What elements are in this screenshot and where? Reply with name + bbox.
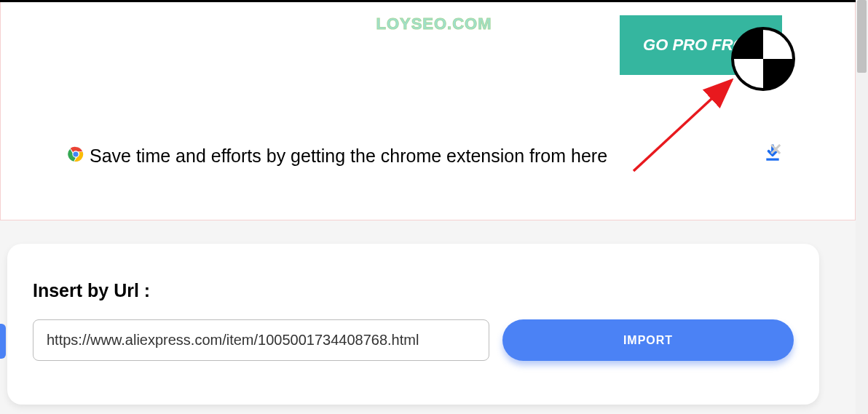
insert-url-title: Insert by Url : xyxy=(33,280,794,301)
banner-text: Save time and efforts by getting the chr… xyxy=(90,146,756,167)
insert-url-panel: Insert by Url : IMPORT xyxy=(7,244,819,405)
loading-spinner-icon xyxy=(730,25,797,92)
import-button-label: IMPORT xyxy=(623,334,673,346)
left-edge-indicator xyxy=(0,324,6,359)
import-button[interactable]: IMPORT xyxy=(502,319,794,361)
close-banner-button[interactable]: ✕ xyxy=(769,140,782,159)
scrollbar-thumb[interactable] xyxy=(857,0,867,73)
url-input[interactable] xyxy=(33,319,489,361)
banner-section: GO PRO FROM Save time and efforts by get… xyxy=(0,2,856,220)
watermark-text: LOYSEO.COM xyxy=(376,15,492,33)
extension-banner: Save time and efforts by getting the chr… xyxy=(68,144,782,167)
insert-url-row: IMPORT xyxy=(33,319,794,361)
chrome-icon xyxy=(68,146,84,167)
vertical-scrollbar[interactable] xyxy=(856,0,868,414)
